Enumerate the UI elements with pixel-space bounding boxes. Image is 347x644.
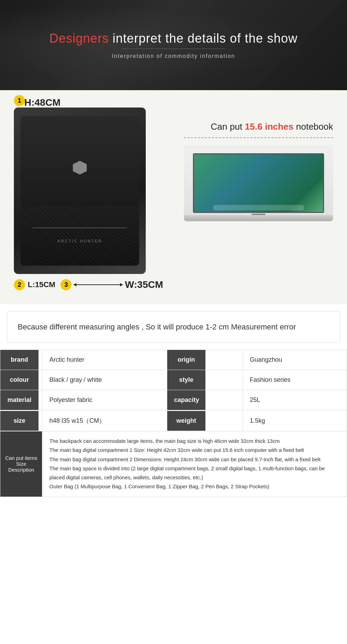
spec-label-3-left: size — [0, 411, 39, 431]
spec-value-2-left: Polyester fabric — [42, 390, 167, 410]
hero-title-rest: interpret the details of the show — [109, 31, 297, 45]
notebook-text-suffix: notebook — [294, 121, 333, 132]
spec-value-0-right: Guangzhou — [243, 350, 347, 370]
dimensions-section: 1 H:48CM ARCTIC HUNTER 2 L:15CM — [0, 90, 347, 304]
spec-label-0-left: brand — [0, 350, 39, 370]
bag-image: ARCTIC HUNTER — [14, 108, 146, 274]
dim-bottom: 2 L:15CM 3 W:35CM — [14, 279, 163, 290]
bag-brand-text: ARCTIC HUNTER — [58, 239, 102, 243]
spec-value-1-left: Black / gray / white — [42, 370, 167, 390]
laptop-base — [184, 215, 333, 221]
desc-label-cell: Can put items Size Description — [0, 431, 42, 497]
bag-zipper — [32, 227, 127, 228]
bag-inner: ARCTIC HUNTER — [20, 116, 139, 266]
desc-line: The main bag digital compartment 2 Dimen… — [49, 455, 340, 464]
desc-line: The main bag space is divided into (2 la… — [49, 464, 340, 482]
spec-row-2: material Polyester fabric capacity 25L — [0, 390, 347, 410]
laptop-dock — [213, 205, 304, 211]
spec-label-1-left: colour — [0, 370, 39, 390]
spec-label-3-right: weight — [167, 411, 205, 431]
notice-section: Because different measuring angles , So … — [7, 311, 340, 343]
spec-value-3-right: 1.5kg — [243, 411, 347, 431]
hero-title: Designers interpret the details of the s… — [49, 31, 297, 46]
laptop-image — [184, 145, 333, 221]
desc-line: Outer Bag (1 Multipurpose Bag, 1 Conveni… — [49, 482, 340, 491]
badge-1: 1 — [14, 95, 25, 106]
badge-3: 3 — [60, 279, 71, 290]
spec-row-0: brand Arctic hunter origin Guangzhou — [0, 350, 347, 370]
notebook-text: Can put 15.6 inches notebook — [184, 121, 333, 132]
notice-text: Because different measuring angles , So … — [18, 321, 329, 333]
bag-texture — [20, 206, 139, 266]
bag-logo — [73, 161, 87, 175]
spec-value-2-right: 25L — [243, 390, 347, 410]
spec-value-3-left: h48 l35 w15（CM） — [42, 410, 167, 431]
hero-divider — [121, 49, 226, 49]
dashed-separator — [184, 137, 333, 138]
spec-value-0-left: Arctic hunter — [42, 350, 167, 370]
spec-label-0-right: origin — [167, 350, 205, 370]
bag-container: 1 H:48CM ARCTIC HUNTER 2 L:15CM — [14, 101, 163, 290]
specs-table: brand Arctic hunter origin Guangzhou col… — [0, 350, 347, 497]
spec-label-2-right: capacity — [167, 390, 205, 410]
notebook-highlight: 15.6 inches — [245, 121, 294, 132]
laptop-screen — [193, 153, 324, 213]
desc-line: The backpack can accommodate large items… — [49, 437, 340, 446]
length-label: L:15CM — [28, 280, 55, 289]
spec-value-1-right: Fashion series — [243, 370, 347, 390]
spec-desc-row: Can put items Size Description The backp… — [0, 431, 347, 497]
hero-subtitle: Interpretation of commodity information — [112, 53, 235, 59]
hero-title-highlight: Designers — [49, 31, 109, 45]
height-label: H:48CM — [24, 97, 60, 108]
dimensions-inner: 1 H:48CM ARCTIC HUNTER 2 L:15CM — [7, 101, 340, 290]
hero-section: Designers interpret the details of the s… — [0, 0, 347, 90]
dimensions-right: Can put 15.6 inches notebook — [184, 101, 340, 221]
spec-row-1: colour Black / gray / white style Fashio… — [0, 370, 347, 390]
badge-2: 2 — [14, 279, 25, 290]
spec-row-3: size h48 l35 w15（CM） weight 1.5kg — [0, 410, 347, 431]
spec-label-2-left: material — [0, 390, 39, 410]
desc-line: The main bag digital compartment 1 Size:… — [49, 446, 340, 455]
desc-value-cell: The backpack can accommodate large items… — [42, 431, 347, 497]
notebook-text-prefix: Can put — [211, 121, 245, 132]
width-label: W:35CM — [125, 279, 163, 290]
spec-label-1-right: style — [167, 370, 205, 390]
